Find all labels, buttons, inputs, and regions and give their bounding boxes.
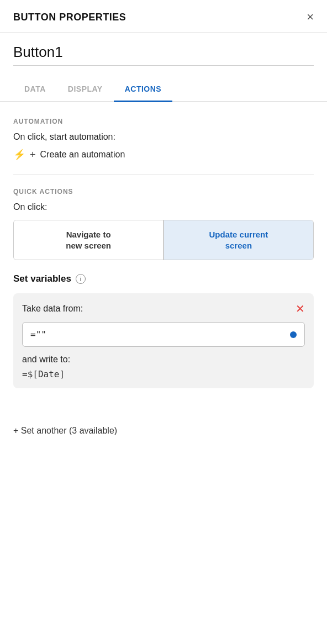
set-another-button[interactable]: + Set another (3 available) — [13, 426, 117, 436]
automation-plus-icon: + — [30, 149, 36, 161]
action-toggle-group: Navigate tonew screen Update currentscre… — [13, 220, 314, 260]
tab-display[interactable]: DISPLAY — [57, 77, 114, 101]
write-to-value: =$[Date] — [22, 369, 305, 379]
button-properties-panel: BUTTON PROPERTIES × DATA DISPLAY ACTIONS… — [0, 0, 327, 447]
content-area: AUTOMATION On click, start automation: ⚡… — [0, 102, 327, 415]
update-current-screen-button[interactable]: Update currentscreen — [164, 220, 313, 260]
info-icon[interactable]: i — [76, 274, 86, 284]
set-variables-label: Set variables — [13, 273, 71, 284]
set-variables-row: Set variables i — [13, 273, 314, 284]
take-data-label: Take data from: — [22, 304, 83, 314]
automation-on-click-text: On click, start automation: — [13, 132, 314, 142]
take-data-row: Take data from: ✕ — [22, 302, 305, 315]
take-data-input-row: ="" — [22, 322, 305, 347]
remove-variable-button[interactable]: ✕ — [296, 302, 305, 315]
variables-card: Take data from: ✕ ="" and write to: =$[D… — [13, 293, 314, 388]
take-data-value[interactable]: ="" — [30, 329, 290, 340]
tab-data[interactable]: DATA — [13, 77, 57, 101]
create-automation-row: ⚡ + Create an automation — [13, 149, 314, 161]
tab-actions[interactable]: ACTIONS — [114, 77, 173, 101]
quick-actions-section: QUICK ACTIONS On click: Navigate tonew s… — [13, 188, 314, 388]
create-automation-text[interactable]: Create an automation — [40, 150, 125, 160]
blue-dot-indicator — [290, 331, 297, 338]
on-click-label: On click: — [13, 202, 314, 212]
button-name-input[interactable] — [13, 44, 314, 66]
set-another-row: + Set another (3 available) — [0, 415, 327, 447]
bolt-icon: ⚡ — [13, 149, 25, 161]
navigate-to-new-screen-button[interactable]: Navigate tonew screen — [14, 220, 163, 260]
panel-header: BUTTON PROPERTIES × — [0, 0, 327, 33]
and-write-label: and write to: — [22, 355, 305, 365]
automation-section-label: AUTOMATION — [13, 118, 314, 125]
name-section — [0, 33, 327, 66]
tabs-bar: DATA DISPLAY ACTIONS — [0, 77, 327, 102]
panel-title: BUTTON PROPERTIES — [13, 12, 126, 23]
close-button[interactable]: × — [307, 11, 314, 23]
quick-actions-section-label: QUICK ACTIONS — [13, 188, 314, 196]
section-divider — [13, 174, 314, 175]
